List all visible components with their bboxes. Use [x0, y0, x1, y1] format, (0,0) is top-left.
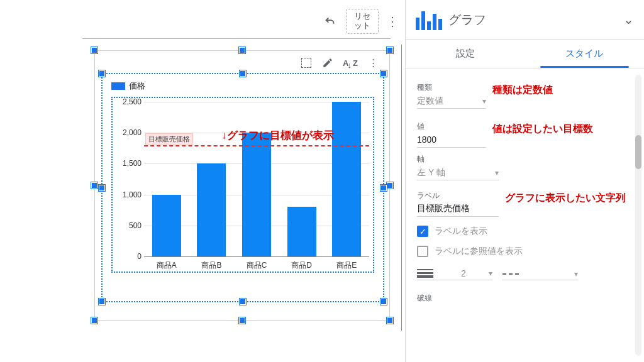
x-tick-label: 商品E — [328, 260, 365, 269]
bar — [197, 163, 226, 256]
thickness-dropdown[interactable]: 2 ▾ — [417, 267, 492, 280]
chart-mini-toolbar: A↓Z ⋮ — [301, 57, 379, 69]
report-canvas[interactable]: A↓Z ⋮ 価格 05001,0001,5002,0002,500商品A商品B商… — [94, 50, 390, 321]
edit-icon[interactable] — [321, 57, 334, 69]
thickness-value: 2 — [461, 268, 466, 278]
chevron-down-icon: ▾ — [482, 97, 486, 106]
selection-handle[interactable] — [91, 47, 97, 53]
axis-field-label: 軸 — [417, 154, 499, 165]
selection-handle[interactable] — [380, 299, 387, 305]
editor-top-toolbar: リセット ⋮ — [321, 9, 400, 34]
plot-area: 05001,0001,5002,0002,500商品A商品B商品C商品D商品E目… — [111, 97, 374, 273]
sidebar-title: グラフ — [448, 11, 617, 28]
show-label-checkbox[interactable]: ✓ — [417, 226, 428, 237]
selection-handle[interactable] — [240, 70, 246, 77]
sidebar-body: 種類 定数値 ▾ 種類は定数値 値 値は設定したい目標数 軸 左 Y 軸 ▾ — [406, 69, 644, 362]
selection-handle[interactable] — [239, 47, 245, 53]
show-label-row[interactable]: ✓ ラベルを表示 — [417, 226, 626, 237]
y-tick-label: 1,500 — [114, 159, 142, 168]
annotation-value: 値は設定したい目標数 — [492, 123, 593, 136]
legend-label: 価格 — [129, 80, 145, 92]
axis-dropdown[interactable]: 左 Y 軸 ▾ — [417, 166, 499, 180]
reset-button[interactable]: リセット — [346, 9, 379, 34]
chevron-down-icon: ▾ — [489, 269, 492, 278]
line-thickness-icon — [417, 269, 433, 278]
selection-handle[interactable] — [239, 317, 245, 324]
properties-sidebar: グラフ ⌄ 設定 スタイル 種類 定数値 ▾ 種類は定数値 値 値は設定したい目… — [405, 0, 644, 362]
ruler-v — [401, 45, 402, 331]
tab-setup[interactable]: 設定 — [406, 40, 525, 68]
bar — [152, 195, 181, 256]
selection-handle[interactable] — [91, 317, 97, 324]
selection-handle[interactable] — [240, 299, 246, 305]
label-field-label: ラベル — [417, 190, 499, 201]
line-dash-icon — [502, 273, 519, 275]
type-value: 定数値 — [417, 96, 443, 107]
selection-handle[interactable] — [387, 317, 393, 324]
undo-button[interactable] — [321, 12, 340, 31]
selection-handle[interactable] — [99, 70, 105, 77]
y-tick-label: 2,500 — [114, 97, 142, 106]
label-input[interactable] — [417, 201, 499, 217]
ruler-h — [82, 38, 391, 39]
bar — [287, 207, 316, 256]
plot: 05001,0001,5002,0002,500商品A商品B商品C商品D商品E目… — [144, 102, 369, 254]
show-refvalue-checkbox[interactable] — [417, 246, 428, 257]
more-options-button[interactable]: ⋮ — [385, 14, 400, 29]
show-refvalue-text: ラベルに参照値を表示 — [435, 246, 523, 257]
dash-dropdown[interactable]: ▾ — [502, 268, 578, 280]
type-field-label: 種類 — [417, 82, 486, 93]
reference-line-label: 目標販売価格 — [145, 133, 193, 145]
sidebar-header: グラフ ⌄ — [406, 0, 644, 40]
bar — [332, 102, 361, 256]
selection-handle[interactable] — [380, 185, 387, 191]
value-field-label: 値 — [417, 121, 486, 132]
x-tick-label: 商品C — [238, 260, 275, 269]
reference-line — [144, 145, 369, 146]
sidebar-tabs: 設定 スタイル — [406, 40, 644, 69]
scrollbar-thumb[interactable] — [635, 135, 641, 169]
tab-style[interactable]: スタイル — [525, 40, 645, 68]
sort-az-icon[interactable]: A↓Z — [344, 57, 357, 69]
selection-handle[interactable] — [387, 47, 393, 53]
annotation-label: グラフに表示したい文字列 — [505, 192, 626, 205]
y-tick-label: 0 — [114, 252, 142, 261]
y-tick-label: 2,000 — [114, 128, 142, 137]
axis-value: 左 Y 軸 — [417, 167, 445, 178]
bar — [242, 133, 271, 256]
select-area-icon[interactable] — [301, 58, 311, 68]
y-tick-label: 1,000 — [114, 190, 142, 199]
selection-handle[interactable] — [380, 70, 387, 77]
chevron-down-icon[interactable]: ⌄ — [623, 12, 634, 27]
show-label-text: ラベルを表示 — [435, 226, 487, 237]
line-style-row: 2 ▾ ▾ — [417, 266, 626, 284]
chart-legend: 価格 — [103, 74, 383, 94]
annotation-type: 種類は定数値 — [492, 84, 553, 97]
truncated-section-label: 破線 — [417, 293, 626, 304]
y-tick-label: 500 — [114, 221, 142, 230]
legend-swatch — [111, 82, 125, 90]
chart-more-icon[interactable]: ⋮ — [367, 57, 379, 69]
scrollbar-track[interactable] — [635, 75, 641, 356]
x-tick-label: 商品D — [283, 260, 321, 269]
chevron-down-icon: ▾ — [574, 270, 578, 278]
x-tick-label: 商品A — [148, 260, 186, 269]
type-dropdown[interactable]: 定数値 ▾ — [417, 94, 486, 109]
bar-chart-icon — [416, 9, 442, 30]
selection-handle[interactable] — [387, 182, 393, 189]
chevron-down-icon: ▾ — [495, 168, 499, 177]
show-refvalue-row[interactable]: ラベルに参照値を表示 — [417, 246, 626, 257]
value-input[interactable] — [417, 132, 486, 148]
selection-handle[interactable] — [99, 299, 105, 305]
x-tick-label: 商品B — [192, 260, 230, 269]
selection-handle[interactable] — [99, 185, 105, 191]
selection-handle[interactable] — [91, 182, 97, 189]
chart-component[interactable]: A↓Z ⋮ 価格 05001,0001,5002,0002,500商品A商品B商… — [101, 73, 384, 302]
x-axis — [144, 256, 369, 257]
